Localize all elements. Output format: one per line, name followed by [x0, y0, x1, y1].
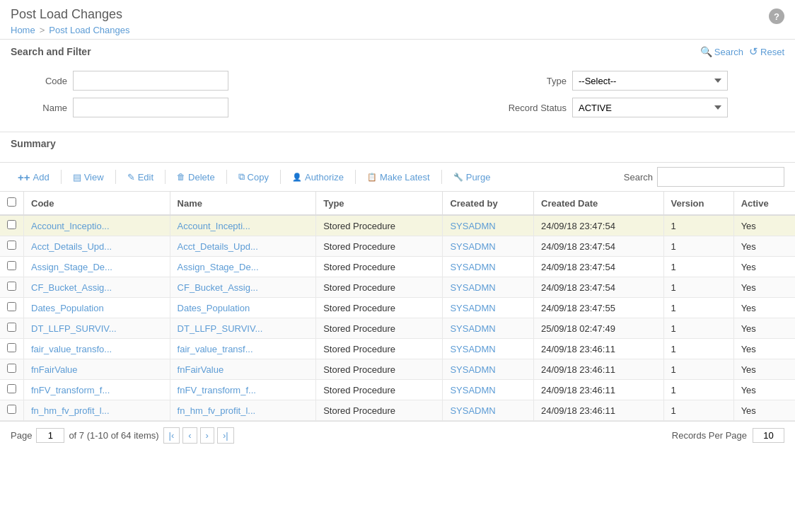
- purge-button[interactable]: 🔧 Purge: [446, 168, 498, 186]
- breadcrumb-home[interactable]: Home: [11, 25, 35, 35]
- help-icon[interactable]: ?: [769, 8, 784, 24]
- toolbar: + Add ▤ View ✎ Edit 🗑 Delete ⧉ Copy 👤 Au…: [0, 162, 795, 192]
- delete-button[interactable]: 🗑 Delete: [170, 168, 222, 186]
- code-link[interactable]: fair_value_transfo...: [31, 344, 112, 354]
- name-input[interactable]: [73, 98, 228, 117]
- row-version: 1: [663, 400, 733, 421]
- row-checkbox[interactable]: [7, 220, 16, 229]
- search-button[interactable]: 🔍 Search: [700, 46, 743, 57]
- code-link[interactable]: fnFV_transform_f...: [31, 385, 110, 395]
- type-filter-group: Type --Select-- Stored Procedure Functio…: [510, 71, 728, 91]
- code-link[interactable]: CF_Bucket_Assig...: [31, 282, 112, 293]
- edit-button[interactable]: ✎ Edit: [120, 168, 161, 186]
- row-checkbox-cell: [0, 359, 24, 380]
- type-select[interactable]: --Select-- Stored Procedure Function Vie…: [572, 71, 728, 91]
- row-type: Stored Procedure: [316, 257, 443, 277]
- name-link[interactable]: Acct_Details_Upd...: [178, 241, 258, 252]
- row-checkbox[interactable]: [7, 384, 16, 393]
- table-row: fnFairValue fnFairValue Stored Procedure…: [0, 359, 795, 380]
- row-active: Yes: [733, 380, 795, 400]
- table-row: fn_hm_fv_profit_l... fn_hm_fv_profit_l..…: [0, 400, 795, 421]
- page-input[interactable]: [36, 428, 64, 443]
- name-link[interactable]: fnFairValue: [178, 364, 224, 375]
- select-all-checkbox[interactable]: [7, 197, 16, 207]
- row-checkbox[interactable]: [7, 323, 16, 332]
- copy-button[interactable]: ⧉ Copy: [231, 168, 276, 186]
- row-active: Yes: [733, 298, 795, 318]
- last-page-button[interactable]: ›|: [217, 427, 234, 444]
- authorize-button[interactable]: 👤 Authorize: [285, 168, 351, 186]
- name-link[interactable]: Dates_Population: [178, 303, 250, 313]
- row-created-date: 25/09/18 02:47:49: [534, 318, 663, 339]
- row-name: fair_value_transf...: [170, 339, 316, 359]
- name-link[interactable]: Account_Incepti...: [178, 221, 250, 231]
- row-created-by: SYSADMN: [443, 277, 534, 298]
- row-version: 1: [663, 380, 733, 400]
- name-link[interactable]: fair_value_transf...: [178, 344, 253, 354]
- row-checkbox-cell: [0, 339, 24, 359]
- filter-section-title: Search and Filter: [11, 46, 91, 57]
- type-select-wrap: --Select-- Stored Procedure Function Vie…: [572, 71, 728, 91]
- records-per-page-label: Records Per Page: [672, 430, 747, 441]
- row-checkbox-cell: [0, 318, 24, 339]
- add-button[interactable]: + Add: [11, 168, 57, 187]
- filter-section-header: Search and Filter 🔍 Search ↺ Reset: [0, 40, 795, 64]
- reset-icon: ↺: [749, 45, 758, 58]
- page-of-label: of 7 (1-10 of 64 items): [69, 430, 158, 441]
- table-row: DT_LLFP_SURVIV... DT_LLFP_SURVIV... Stor…: [0, 318, 795, 339]
- row-created-by: SYSADMN: [443, 318, 534, 339]
- prev-page-button[interactable]: ‹: [182, 427, 197, 444]
- row-active: Yes: [733, 257, 795, 277]
- plus-icon: +: [18, 171, 30, 183]
- record-status-select[interactable]: ACTIVE INACTIVE ALL: [572, 98, 728, 117]
- code-input[interactable]: [73, 71, 228, 91]
- toolbar-search-input[interactable]: [657, 167, 784, 187]
- records-per-page-input[interactable]: [753, 428, 784, 443]
- row-created-by: SYSADMN: [443, 236, 534, 257]
- view-icon: ▤: [73, 172, 81, 183]
- code-link[interactable]: fnFairValue: [31, 364, 78, 375]
- toolbar-sep-7: [441, 170, 442, 184]
- name-link[interactable]: fn_hm_fv_profit_l...: [178, 405, 256, 416]
- name-link[interactable]: Assign_Stage_De...: [178, 262, 259, 272]
- row-checkbox[interactable]: [7, 261, 16, 270]
- toolbar-sep-5: [280, 170, 281, 184]
- row-checkbox[interactable]: [7, 364, 16, 373]
- name-link[interactable]: DT_LLFP_SURVIV...: [178, 323, 263, 334]
- row-active: Yes: [733, 318, 795, 339]
- page-title: Post Load Changes: [11, 7, 784, 22]
- col-active: Active: [733, 192, 795, 215]
- view-button[interactable]: ▤ View: [66, 168, 111, 186]
- make-latest-button[interactable]: 📋 Make Latest: [360, 168, 437, 186]
- filter-form: Code Type --Select-- Stored Procedure Fu…: [0, 64, 795, 132]
- first-page-button[interactable]: |‹: [163, 427, 180, 444]
- breadcrumb-current: Post Load Changes: [49, 25, 129, 35]
- code-link[interactable]: fn_hm_fv_profit_l...: [31, 405, 110, 416]
- row-version: 1: [663, 359, 733, 380]
- reset-button[interactable]: ↺ Reset: [749, 45, 784, 58]
- row-checkbox[interactable]: [7, 405, 16, 414]
- code-link[interactable]: Dates_Population: [31, 303, 104, 313]
- row-checkbox[interactable]: [7, 282, 16, 291]
- table-header: Code Name Type Created by Created Date V…: [0, 192, 795, 215]
- row-checkbox[interactable]: [7, 343, 16, 352]
- code-link[interactable]: Account_Inceptio...: [31, 221, 110, 231]
- row-checkbox-cell: [0, 298, 24, 318]
- next-page-button[interactable]: ›: [200, 427, 214, 444]
- edit-icon: ✎: [127, 172, 135, 183]
- filter-row-1: Code Type --Select-- Stored Procedure Fu…: [11, 71, 784, 91]
- row-active: Yes: [733, 236, 795, 257]
- name-link[interactable]: fnFV_transform_f...: [178, 385, 256, 395]
- row-checkbox-cell: [0, 215, 24, 236]
- code-link[interactable]: Acct_Details_Upd...: [31, 241, 112, 252]
- row-checkbox[interactable]: [7, 241, 16, 250]
- name-link[interactable]: CF_Bucket_Assig...: [178, 282, 258, 293]
- toolbar-sep-1: [61, 170, 62, 184]
- row-code: fair_value_transfo...: [24, 339, 170, 359]
- row-created-by: SYSADMN: [443, 298, 534, 318]
- name-label: Name: [11, 103, 67, 113]
- row-checkbox[interactable]: [7, 302, 16, 311]
- code-link[interactable]: DT_LLFP_SURVIV...: [31, 323, 117, 334]
- code-link[interactable]: Assign_Stage_De...: [31, 262, 112, 272]
- page-nav: |‹ ‹ › ›|: [163, 427, 234, 444]
